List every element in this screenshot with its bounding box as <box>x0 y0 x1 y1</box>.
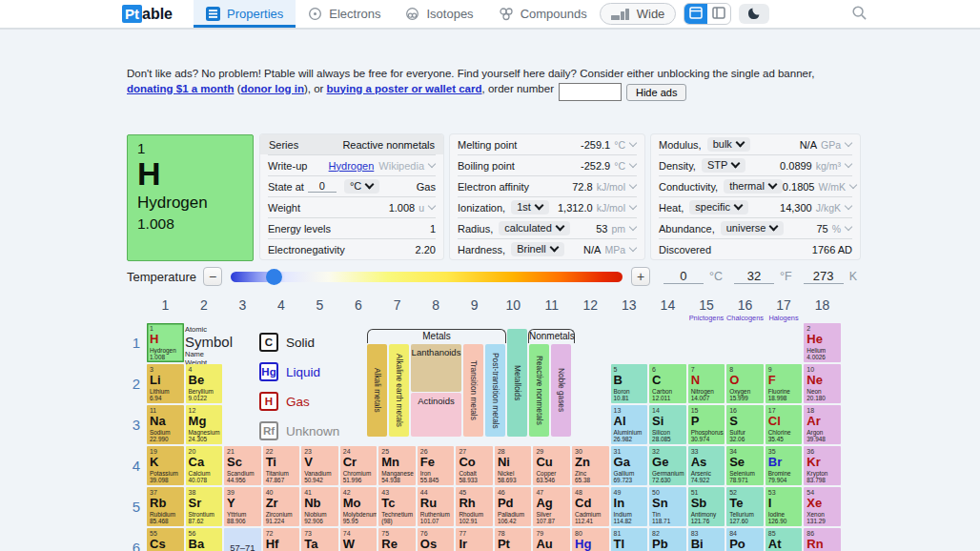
category-strip-alkaline-earth-metals[interactable]: Alkaline earth metals <box>389 344 409 437</box>
element-cell-pb[interactable]: 82PbLead <box>649 528 686 551</box>
element-cell-be[interactable]: 4BeBeryllium9.0122 <box>186 364 223 403</box>
element-cell-n[interactable]: 7NNitrogen14.007 <box>688 364 725 403</box>
element-cell-ar[interactable]: 18ArArgon39.948 <box>804 405 841 444</box>
writeup-link[interactable]: Hydrogen <box>329 160 375 172</box>
chevron-down-icon[interactable] <box>629 139 637 147</box>
property-unit[interactable]: % <box>832 223 841 235</box>
chevron-down-icon[interactable] <box>629 223 637 231</box>
element-cell-ir[interactable]: 77IrIridium <box>456 528 493 551</box>
element-cell-tc[interactable]: 43TcTechnetium(98) <box>378 487 416 526</box>
chevron-down-icon[interactable] <box>549 243 559 253</box>
element-cell-c[interactable]: 6CCarbon12.011 <box>649 364 686 403</box>
search-button[interactable] <box>846 4 873 25</box>
temperature-value-input[interactable]: 273 <box>804 269 844 284</box>
temperature-value-input[interactable]: 32 <box>734 269 774 284</box>
element-cell-at[interactable]: 85AtAstatine <box>766 528 803 551</box>
chevron-down-icon[interactable] <box>731 159 741 169</box>
element-cell-he[interactable]: 2HeHelium4.0026 <box>804 323 841 362</box>
element-cell-sc[interactable]: 21ScScandium44.956 <box>224 446 261 485</box>
element-cell-sb[interactable]: 51SbAntimony121.76 <box>688 487 725 526</box>
element-cell-co[interactable]: 27CoCobalt58.933 <box>456 446 493 485</box>
element-cell-k[interactable]: 19KPotassium39.098 <box>147 446 184 485</box>
temperature-value-input[interactable]: 0 <box>664 269 704 284</box>
element-cell-fe[interactable]: 26FeIron55.845 <box>418 446 455 485</box>
element-cell-cl[interactable]: 17ClChlorine35.45 <box>766 405 803 444</box>
chevron-down-icon[interactable] <box>735 138 745 148</box>
chevron-down-icon[interactable] <box>555 222 564 232</box>
option-dropdown[interactable]: bulk <box>707 137 750 152</box>
element-cell-hg[interactable]: 80HgMercury <box>572 528 609 551</box>
element-cell-ni[interactable]: 28NiNickel58.693 <box>495 446 532 485</box>
chevron-down-icon[interactable] <box>845 139 852 147</box>
property-unit[interactable]: u <box>419 202 424 214</box>
lanthanide-range-cell[interactable]: 57–71 <box>224 528 261 551</box>
property-unit[interactable]: MPa <box>604 244 625 255</box>
element-cell-cd[interactable]: 48CdCadmium112.41 <box>572 487 609 526</box>
chevron-down-icon[interactable] <box>365 180 375 190</box>
element-cell-p[interactable]: 15PPhosphorus30.974 <box>688 405 725 444</box>
element-cell-br[interactable]: 35BrBromine79.904 <box>766 446 803 485</box>
chevron-down-icon[interactable] <box>845 223 852 231</box>
donate-link[interactable]: donating $1 a month <box>127 83 234 94</box>
option-dropdown[interactable]: calculated <box>499 221 570 235</box>
element-cell-ga[interactable]: 31GaGallium69.723 <box>611 446 648 485</box>
chevron-down-icon[interactable] <box>849 181 857 189</box>
category-actinoids[interactable]: Actinoids <box>411 393 461 437</box>
element-cell-cu[interactable]: 29CuCopper63.546 <box>533 446 570 485</box>
property-unit[interactable]: °C <box>614 160 625 172</box>
element-cell-pt[interactable]: 78PtPlatinum <box>495 528 532 551</box>
element-cell-rn[interactable]: 86RnRadon <box>804 528 841 551</box>
temperature-increase-button[interactable]: + <box>631 267 650 286</box>
chevron-down-icon[interactable] <box>769 222 779 232</box>
element-cell-ag[interactable]: 47AgSilver107.87 <box>533 487 570 526</box>
element-cell-ta[interactable]: 73TaTantalum <box>301 528 338 551</box>
element-cell-te[interactable]: 52TeTellurium127.60 <box>726 487 764 526</box>
element-cell-se[interactable]: 34SeSelenium78.971 <box>726 446 764 485</box>
property-unit[interactable]: kJ/mol <box>597 202 625 214</box>
chevron-down-icon[interactable] <box>629 244 637 252</box>
element-cell-as[interactable]: 33AsArsenic74.922 <box>688 446 725 485</box>
element-cell-sn[interactable]: 50SnTin118.71 <box>649 487 686 526</box>
element-cell-ti[interactable]: 22TiTitanium47.867 <box>263 446 300 485</box>
category-strip-alkali-metals[interactable]: Alkali metals <box>367 344 387 437</box>
element-cell-na[interactable]: 11NaSodium22.990 <box>147 405 184 444</box>
temperature-slider-thumb[interactable] <box>266 269 282 285</box>
element-cell-i[interactable]: 53IIodine126.90 <box>766 487 803 526</box>
state-temperature-input[interactable]: 0 <box>308 180 337 193</box>
chevron-down-icon[interactable] <box>767 180 777 190</box>
layout-vertical-button[interactable] <box>707 4 730 24</box>
category-strip-metalloids[interactable]: Metalloids <box>507 329 527 437</box>
width-selector-button[interactable]: Wide <box>600 3 677 25</box>
element-cell-sr[interactable]: 38SrStrontium87.62 <box>186 487 223 526</box>
element-cell-ba[interactable]: 56BaBarium <box>186 528 223 551</box>
category-strip-lanthanoids-actinoids[interactable]: LanthanoidsActinoids <box>411 344 461 437</box>
element-cell-li[interactable]: 3LiLithium6.94 <box>147 364 184 403</box>
chevron-down-icon[interactable] <box>629 202 637 210</box>
category-strip-reactive-nonmetals[interactable]: Reactive nonmetals <box>529 344 549 437</box>
element-cell-mn[interactable]: 25MnManganese54.938 <box>378 446 416 485</box>
element-cell-bi[interactable]: 83BiBismuth <box>688 528 725 551</box>
element-cell-xe[interactable]: 54XeXenon131.29 <box>804 487 841 526</box>
order-number-input[interactable] <box>559 83 622 101</box>
element-cell-rh[interactable]: 45RhRhodium102.91 <box>456 487 493 526</box>
option-dropdown[interactable]: °C <box>344 179 379 194</box>
category-strip-transition-metals[interactable]: Transition metals <box>463 344 483 437</box>
chevron-down-icon[interactable] <box>428 202 436 210</box>
option-dropdown[interactable]: STP <box>702 158 745 173</box>
element-cell-tl[interactable]: 81TlThallium <box>611 528 648 551</box>
element-cell-s[interactable]: 16SSulfur32.06 <box>726 405 764 444</box>
temperature-slider-track[interactable] <box>231 272 623 282</box>
poster-link[interactable]: buying a poster or wallet card <box>327 83 482 94</box>
element-cell-cr[interactable]: 24CrChromium51.996 <box>340 446 378 485</box>
element-cell-cs[interactable]: 55CsCaesium <box>147 528 184 551</box>
element-cell-zn[interactable]: 30ZnZinc65.38 <box>572 446 609 485</box>
option-dropdown[interactable]: Brinell <box>511 242 564 256</box>
donor-login-link[interactable]: donor log in <box>240 83 303 94</box>
element-cell-hf[interactable]: 72HfHafnium <box>263 528 300 551</box>
property-unit[interactable]: J/kgK <box>816 202 841 214</box>
property-unit[interactable]: W/mK <box>819 181 847 193</box>
option-dropdown[interactable]: universe <box>721 221 785 235</box>
group-category-link[interactable]: Chalcogens <box>726 314 764 322</box>
element-cell-po[interactable]: 84PoPolonium <box>726 528 764 551</box>
element-cell-nb[interactable]: 41NbNiobium92.906 <box>301 487 338 526</box>
